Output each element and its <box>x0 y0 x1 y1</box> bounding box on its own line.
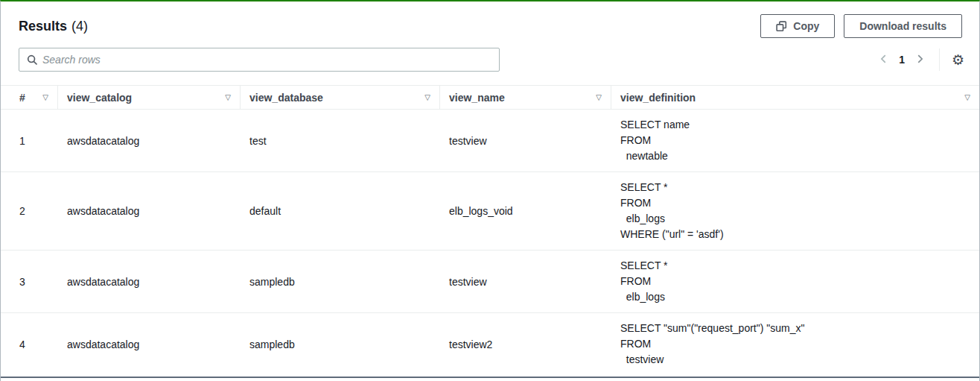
column-header-view-definition: view_definition ▽ <box>611 86 979 109</box>
cell-view-name: testview <box>440 135 611 147</box>
cell-num: 3 <box>1 276 58 288</box>
cell-view-name: testview2 <box>440 339 611 350</box>
results-title-text: Results <box>19 19 67 34</box>
filter-icon: ▽ <box>424 93 430 101</box>
search-box[interactable] <box>19 48 500 72</box>
copy-button[interactable]: Copy <box>760 14 835 38</box>
toolbar-divider <box>939 48 940 71</box>
table-row: 3 awsdatacatalog sampledb testview SELEC… <box>1 251 979 313</box>
cell-num: 1 <box>1 135 58 147</box>
table-header-row: # ▽ view_catalog ▽ view_database ▽ view_… <box>1 85 979 110</box>
filter-view-definition-button[interactable]: ▽ <box>964 94 970 101</box>
filter-num-button[interactable]: ▽ <box>42 94 48 101</box>
chevron-left-icon <box>879 54 889 66</box>
cell-num: 4 <box>1 339 58 350</box>
filter-view-catalog-button[interactable]: ▽ <box>225 94 231 101</box>
cell-view-definition: SELECT * FROM elb_logs WHERE ("url" = 'a… <box>611 172 979 250</box>
column-header-view-name-label: view_name <box>449 92 505 104</box>
settings-button[interactable]: ⚙ <box>950 53 966 67</box>
panel-resize-divider[interactable] <box>1 377 979 378</box>
table-row: 4 awsdatacatalog sampledb testview2 SELE… <box>1 313 979 375</box>
results-toolbar: 1 ⚙ <box>1 38 979 72</box>
cell-view-database: sampledb <box>241 276 440 288</box>
results-header: Results(4) Copy Download results <box>1 1 979 38</box>
filter-icon: ▽ <box>964 93 970 101</box>
search-input[interactable] <box>42 48 493 71</box>
filter-icon: ▽ <box>596 93 602 101</box>
column-header-view-catalog-label: view_catalog <box>67 92 132 104</box>
current-page-number: 1 <box>896 54 908 66</box>
pagination: 1 ⚙ <box>875 48 966 71</box>
cell-view-database: sampledb <box>241 339 440 350</box>
cell-view-definition: SELECT "sum"("request_port") "sum_x" FRO… <box>611 313 979 375</box>
results-table: # ▽ view_catalog ▽ view_database ▽ view_… <box>1 85 979 375</box>
chevron-right-icon <box>914 54 925 66</box>
cell-view-catalog: awsdatacatalog <box>58 205 241 217</box>
table-row: 2 awsdatacatalog default elb_logs_void S… <box>1 172 979 251</box>
next-page-button[interactable] <box>911 51 929 69</box>
results-count: (4) <box>71 19 88 34</box>
cell-num: 2 <box>1 205 58 217</box>
cell-view-name: testview <box>440 276 611 288</box>
gear-icon: ⚙ <box>952 52 964 68</box>
page-title: Results(4) <box>19 19 88 34</box>
column-header-view-name: view_name ▽ <box>440 86 611 109</box>
column-header-view-definition-label: view_definition <box>620 92 696 104</box>
previous-page-button[interactable] <box>875 51 893 69</box>
cell-view-database: default <box>241 205 440 217</box>
header-actions: Copy Download results <box>760 14 962 38</box>
table-row: 1 awsdatacatalog test testview SELECT na… <box>1 110 979 172</box>
filter-view-name-button[interactable]: ▽ <box>596 94 602 101</box>
copy-button-label: Copy <box>793 20 819 32</box>
copy-icon <box>776 21 787 32</box>
cell-view-name: elb_logs_void <box>440 205 611 217</box>
cell-view-definition: SELECT name FROM newtable <box>611 110 979 171</box>
column-header-num: # ▽ <box>1 86 58 109</box>
column-header-num-label: # <box>19 92 25 104</box>
search-icon <box>25 54 42 66</box>
results-panel: Results(4) Copy Download results <box>0 0 980 381</box>
filter-view-database-button[interactable]: ▽ <box>424 94 430 101</box>
cell-view-catalog: awsdatacatalog <box>58 135 241 147</box>
download-results-button[interactable]: Download results <box>844 14 962 38</box>
column-header-view-catalog: view_catalog ▽ <box>58 86 241 109</box>
column-header-view-database: view_database ▽ <box>241 86 440 109</box>
download-results-button-label: Download results <box>859 20 946 32</box>
filter-icon: ▽ <box>225 93 231 101</box>
cell-view-catalog: awsdatacatalog <box>58 339 241 350</box>
filter-icon: ▽ <box>42 93 48 101</box>
cell-view-database: test <box>241 135 440 147</box>
column-header-view-database-label: view_database <box>249 92 323 104</box>
cell-view-catalog: awsdatacatalog <box>58 276 241 288</box>
cell-view-definition: SELECT * FROM elb_logs <box>611 251 979 312</box>
